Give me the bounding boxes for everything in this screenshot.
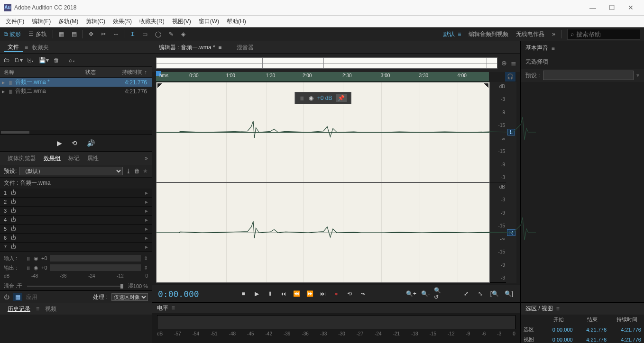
filter-icon[interactable]: ⌕▾ xyxy=(69,57,75,63)
minimize-button[interactable]: — xyxy=(583,4,602,11)
razor-tool[interactable]: ✂ xyxy=(98,30,109,38)
history-menu-icon[interactable]: ≡ xyxy=(34,306,41,312)
effect-slot[interactable]: 2⏻▸ xyxy=(0,198,152,207)
power-icon[interactable]: ⏻ xyxy=(10,226,18,232)
menu-effects[interactable]: 效果(S) xyxy=(109,18,136,26)
preview-autoplay-icon[interactable]: 🔊 xyxy=(87,139,95,147)
slot-menu-icon[interactable]: ▸ xyxy=(145,244,148,250)
menu-window[interactable]: 窗口(W) xyxy=(195,18,223,26)
mix-slider[interactable] xyxy=(27,286,123,287)
waveform-view-button[interactable]: ⧉ 波形 xyxy=(1,29,24,39)
tab-media-browser[interactable]: 媒体浏览器 xyxy=(4,154,40,162)
menu-multitrack[interactable]: 多轨(M) xyxy=(55,18,82,26)
knob-icon[interactable]: ◉ xyxy=(309,95,313,101)
skip-selection-button[interactable]: ⤼ xyxy=(357,288,368,299)
new-file-icon[interactable]: 🗋▾ xyxy=(14,57,23,63)
fastfwd-button[interactable]: ⏩ xyxy=(304,288,315,299)
marquee-tool[interactable]: ▭ xyxy=(139,30,150,38)
tab-properties[interactable]: 属性 xyxy=(83,154,102,162)
zoom-in-v-icon[interactable]: ⤢ xyxy=(460,288,472,299)
overview-waveform[interactable] xyxy=(156,57,497,69)
essential-preset-select[interactable] xyxy=(543,71,634,80)
delete-preset-icon[interactable]: 🗑 xyxy=(134,168,140,174)
file-row[interactable]: ▸ ⫼ 音频二.wma 4:21.776 xyxy=(0,87,152,96)
rewind-button[interactable]: ⏪ xyxy=(291,288,302,299)
knob-icon[interactable]: ◉ xyxy=(34,265,38,271)
essential-menu-icon[interactable]: ≡ xyxy=(552,45,555,52)
menu-favorites[interactable]: 收藏夹(R) xyxy=(136,18,168,26)
file-row[interactable]: ▸ ⫼ 音频一.wma * 4:21.776 xyxy=(0,78,152,87)
pin-icon[interactable]: 📌 xyxy=(336,94,347,102)
tab-favorites[interactable]: 收藏夹 xyxy=(28,44,53,52)
audio-output-icon[interactable]: 🎧 xyxy=(505,72,515,81)
menu-file[interactable]: 文件(F) xyxy=(2,18,28,26)
menu-edit[interactable]: 编辑(E) xyxy=(28,18,55,26)
menu-help[interactable]: 帮助(H) xyxy=(223,18,250,26)
slot-menu-icon[interactable]: ▸ xyxy=(145,217,148,223)
slot-menu-icon[interactable]: ▸ xyxy=(145,226,148,232)
skip-end-button[interactable]: ⏭ xyxy=(317,288,329,299)
col-name[interactable]: 名称 xyxy=(0,69,85,76)
heal-tool[interactable]: ◈ xyxy=(178,30,188,38)
view-end[interactable]: 4:21.776 xyxy=(576,334,609,343)
stepper-icon[interactable]: ⇕ xyxy=(144,265,148,271)
brush-tool[interactable]: ✎ xyxy=(166,30,176,38)
stop-button[interactable]: ■ xyxy=(238,288,249,299)
power-icon[interactable]: ⏻ xyxy=(10,244,18,250)
view-start[interactable]: 0:00.000 xyxy=(542,334,575,343)
zoom-sel-in-icon[interactable]: [🔍 xyxy=(489,288,500,299)
tab-mixer[interactable]: 混音器 xyxy=(234,44,257,52)
loop-button[interactable]: ⟲ xyxy=(344,288,355,299)
apply-button[interactable]: 应用 xyxy=(26,293,37,301)
power-icon[interactable]: ⏻ xyxy=(10,235,18,241)
process-select[interactable]: 仅选区对象 xyxy=(111,293,148,301)
time-ruler[interactable]: hms 0:30 1:00 1:30 2:00 2:30 3:00 3:30 4… xyxy=(156,72,489,82)
preview-loop-icon[interactable]: ⟲ xyxy=(72,139,77,147)
col-status[interactable]: 状态 xyxy=(85,69,109,76)
effect-slot[interactable]: 3⏻▸ xyxy=(0,207,152,216)
power-icon[interactable]: ⏻ xyxy=(10,217,18,223)
tab-files[interactable]: 文件 xyxy=(4,43,23,52)
slip-tool[interactable]: ↔ xyxy=(110,30,122,38)
insert-icon[interactable]: ⎘▾ xyxy=(28,57,34,63)
skip-start-button[interactable]: ⏮ xyxy=(277,288,289,299)
record-button[interactable]: ● xyxy=(331,288,342,299)
effect-slot[interactable]: 1⏻▸ xyxy=(0,189,152,198)
multitrack-view-button[interactable]: ☰ 多轨 xyxy=(26,29,49,39)
effect-slot[interactable]: 4⏻▸ xyxy=(0,216,152,225)
spectral-freq-button[interactable]: ▦ xyxy=(56,30,67,38)
lasso-tool[interactable]: ◯ xyxy=(152,30,164,38)
view-dur[interactable]: 4:21.776 xyxy=(609,334,644,343)
workspace-default[interactable]: 默认 ≡ xyxy=(441,29,464,39)
slot-menu-icon[interactable]: ▸ xyxy=(145,190,148,196)
time-select-tool[interactable]: Ꮖ xyxy=(128,30,138,38)
slot-menu-icon[interactable]: ▸ xyxy=(145,208,148,214)
search-input[interactable] xyxy=(575,30,637,38)
timecode[interactable]: 0:00.000 xyxy=(158,289,215,299)
col-duration[interactable]: 持续时间 ↑ xyxy=(109,69,152,76)
view-list-icon[interactable]: ≣ xyxy=(511,59,516,67)
zoom-reset-icon[interactable]: 🔍↺ xyxy=(434,288,445,299)
sel-dur[interactable]: 4:21.776 xyxy=(609,325,644,334)
zoom-in-h-icon[interactable]: 🔍+ xyxy=(405,288,417,299)
expand-icon[interactable]: ▸ xyxy=(0,79,7,86)
workspace-more[interactable]: » xyxy=(549,30,558,38)
close-button[interactable]: ✕ xyxy=(621,4,640,11)
preview-play-icon[interactable]: ▶ xyxy=(57,139,62,147)
effects-more-icon[interactable]: » xyxy=(145,155,148,162)
play-button[interactable]: ▶ xyxy=(251,288,262,299)
sel-start[interactable]: 0:00.000 xyxy=(542,325,575,334)
open-file-icon[interactable]: 🗁 xyxy=(4,57,9,63)
effect-slot[interactable]: 7⏻▸ xyxy=(0,243,152,252)
knob-icon[interactable]: ◉ xyxy=(34,255,38,262)
spectral-pitch-button[interactable]: ▤ xyxy=(69,30,80,38)
power-icon[interactable]: ⏻ xyxy=(10,199,18,205)
search-help[interactable]: ⌕ xyxy=(567,29,640,40)
sel-end[interactable]: 4:21.776 xyxy=(576,325,609,334)
save-icon[interactable]: 💾▾ xyxy=(39,57,49,63)
slot-menu-icon[interactable]: ▸ xyxy=(145,235,148,241)
preset-select[interactable]: （默认） xyxy=(19,167,123,175)
stepper-icon[interactable]: ⇕ xyxy=(144,255,148,262)
files-menu-icon[interactable]: ≡ xyxy=(25,44,28,51)
rack-view-icon[interactable]: ▦ xyxy=(13,293,22,301)
